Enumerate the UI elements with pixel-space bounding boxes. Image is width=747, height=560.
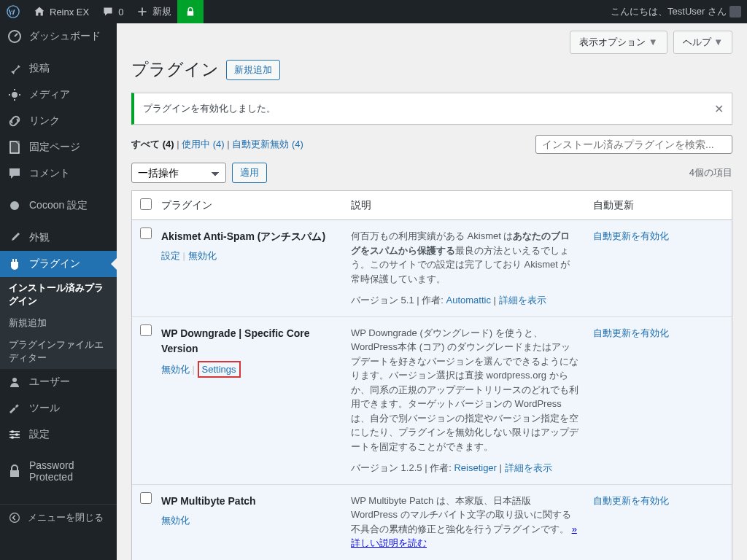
settings-icon [7,427,22,442]
svg-point-5 [12,378,17,382]
link-icon [7,114,22,128]
sidebar-label: ユーザー [29,376,70,389]
svg-point-12 [10,513,20,523]
dismiss-notice-button[interactable]: ✕ [711,101,726,116]
deactivate-link[interactable]: 無効化 [161,515,190,526]
sidebar-item-password-protected[interactable]: Password Protected [0,454,117,489]
plugin-name: WP Multibyte Patch [161,494,336,509]
submenu-add-new[interactable]: 新規追加 [0,312,117,334]
filter-autoupdate-disabled[interactable]: 自動更新無効 (4) [232,139,303,149]
comment-icon [7,166,22,181]
wordpress-icon [6,4,20,19]
my-account[interactable]: こんにちは、TestUser さん [605,0,747,23]
dashboard-icon [7,29,22,44]
chevron-down-icon: ▼ [649,36,658,47]
sidebar-label: 外観 [29,231,50,244]
sidebar-item-cocoon[interactable]: Cocoon 設定 [0,192,117,219]
new-label: 新規 [152,5,171,18]
page-icon [7,140,22,155]
users-icon [7,375,22,389]
wp-logo[interactable] [0,0,26,23]
add-new-button[interactable]: 新規追加 [226,60,280,80]
plugin-name: WP Downgrade | Specific Core Version [161,326,336,357]
sidebar-item-pages[interactable]: 固定ページ [0,134,117,160]
plugin-meta: バージョン 5.1 | 作者: Automattic | 詳細を表示 [351,293,578,308]
bulk-action-select[interactable]: 一括操作 [131,163,226,183]
avatar-icon [729,6,741,18]
filter-links: すべて (4) | 使用中 (4) | 自動更新無効 (4) [131,138,303,151]
new-content[interactable]: 新規 [129,0,177,23]
column-description: 説明 [344,191,586,220]
collapse-icon [7,510,22,525]
page-title: プラグイン [131,58,219,81]
table-row: WP Downgrade | Specific Core Version 無効化… [132,317,732,485]
comments-link[interactable]: 0 [95,0,129,23]
help-button[interactable]: ヘルプ ▼ [673,31,733,54]
column-autoupdate: 自動更新 [586,191,732,220]
author-link[interactable]: Automattic [446,295,491,306]
sidebar-item-plugins[interactable]: プラグイン [0,251,117,277]
svg-point-4 [10,201,19,210]
plugins-table: プラグイン 説明 自動更新 Akismet Anti-Spam (アンチスパム)… [131,190,732,560]
row-checkbox[interactable] [140,324,152,336]
author-link[interactable]: Reisetiger [454,462,497,473]
collapse-label: メニューを閉じる [28,511,104,524]
row-checkbox[interactable] [140,492,152,504]
media-icon [7,88,22,102]
sidebar-item-tools[interactable]: ツール [0,395,117,421]
greeting-text: こんにちは、TestUser さん [611,5,727,18]
enable-autoupdate-link[interactable]: 自動更新を有効化 [593,327,669,338]
plugin-description: WP Multibyte Patch は、本家版、日本語版 WordPress … [351,494,578,551]
submenu-plugin-editor[interactable]: プラグインファイルエディター [0,334,117,369]
home-icon [32,4,47,19]
sidebar-item-posts[interactable]: 投稿 [0,55,117,82]
sidebar-item-links[interactable]: リンク [0,108,117,134]
pin-icon [7,61,22,76]
filter-all[interactable]: すべて (4) [131,139,174,149]
collapse-menu[interactable]: メニューを閉じる [0,504,117,531]
sidebar-item-settings[interactable]: 設定 [0,421,117,448]
svg-point-11 [11,436,14,439]
sidebar-item-users[interactable]: ユーザー [0,369,117,395]
select-all-checkbox[interactable] [140,198,152,210]
deactivate-link[interactable]: 無効化 [161,364,190,375]
site-name[interactable]: Reinx EX [26,0,95,23]
screen-options-button[interactable]: 表示オプション ▼ [570,31,667,54]
comments-count: 0 [118,7,123,18]
row-checkbox[interactable] [140,228,152,239]
svg-point-2 [12,92,18,98]
sidebar-label: ダッシュボード [29,30,101,43]
sidebar-label: メディア [29,88,70,101]
brush-icon [7,230,22,245]
sidebar-item-media[interactable]: メディア [0,82,117,108]
sidebar-label: コメント [29,167,70,180]
sidebar-item-comments[interactable]: コメント [0,160,117,187]
plus-icon [135,4,150,19]
row-actions: 無効化 [161,513,336,528]
enable-autoupdate-link[interactable]: 自動更新を有効化 [593,230,669,241]
sidebar-label: プラグイン [29,257,80,271]
plugin-name: Akismet Anti-Spam (アンチスパム) [161,229,336,244]
table-row: WP Multibyte Patch 無効化 WP Multibyte Patc… [132,485,732,561]
svg-point-10 [15,433,18,436]
admin-sidebar: ダッシュボード 投稿 メディア リンク 固定ページ コメント Cocoon 設定… [0,23,117,560]
submenu-installed-plugins[interactable]: インストール済みプラグイン [0,277,117,312]
security-indicator[interactable] [177,0,204,23]
filter-active[interactable]: 使用中 (4) [182,139,225,149]
details-link[interactable]: 詳細を表示 [505,462,552,473]
sidebar-label: 設定 [29,428,50,441]
details-link[interactable]: 詳細を表示 [499,295,546,306]
lock-icon [7,464,22,478]
enable-autoupdate-link[interactable]: 自動更新を有効化 [593,495,669,506]
settings-link[interactable]: Settings [202,364,236,375]
notice-text: プラグインを有効化しました。 [143,103,276,114]
sidebar-label: リンク [29,114,60,128]
search-input[interactable] [535,135,732,154]
apply-button[interactable]: 適用 [232,163,267,183]
sidebar-item-appearance[interactable]: 外観 [0,225,117,251]
row-actions: 設定 | 無効化 [161,249,336,263]
settings-link[interactable]: 設定 [161,250,180,261]
deactivate-link[interactable]: 無効化 [188,250,217,261]
comment-icon [101,4,115,19]
sidebar-item-dashboard[interactable]: ダッシュボード [0,23,117,50]
